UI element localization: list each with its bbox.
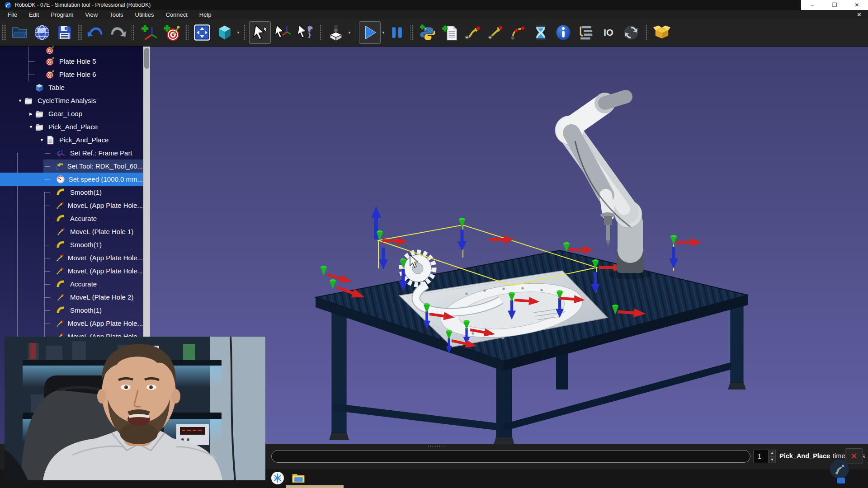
tree-item-pick-and-place-program[interactable]: ▼Pick_And_Place [0, 133, 143, 146]
toolbar-grip[interactable] [185, 25, 189, 40]
tree-scrollbar-thumb[interactable] [144, 48, 149, 69]
minimize-button[interactable]: – [801, 0, 823, 10]
tree-item-movel-hole-1[interactable]: MoveL (Plate Hole 1) [0, 225, 143, 238]
tree-item-gear-loop[interactable]: ▶Gear_Loop [0, 107, 143, 120]
tree-item-plate-hole-5[interactable]: Plate Hole 5 [0, 55, 143, 68]
station-close-icon[interactable]: ✕ [857, 10, 862, 19]
add-python-button[interactable] [417, 21, 439, 44]
toolbar-grip[interactable] [243, 25, 246, 40]
tree-item-smooth-a[interactable]: Smooth(1) [0, 186, 143, 199]
tree-item-set-tool[interactable]: Set Tool: RDK_Tool_60... [0, 160, 143, 173]
movel-button[interactable] [485, 21, 506, 44]
menu-edit[interactable]: Edit [23, 10, 45, 19]
export-simulation-button[interactable] [651, 21, 673, 44]
pause-button[interactable] [386, 21, 408, 44]
splitter-grip[interactable] [427, 445, 445, 447]
toolbar-grip[interactable] [410, 25, 414, 40]
menu-view[interactable]: View [79, 10, 104, 19]
tree-item-smooth-c[interactable]: Smooth(1) [0, 304, 143, 317]
tree-item-cycletime-analysis[interactable]: ▼CycleTime Analysis [0, 94, 143, 107]
expand-arrow[interactable]: ▼ [16, 99, 24, 103]
isometric-view-button[interactable] [214, 21, 236, 44]
menu-utilities[interactable]: Utilities [129, 10, 160, 19]
open-station-button[interactable] [9, 21, 30, 44]
quick-tool-button-dropdown[interactable]: ▼ [347, 22, 352, 43]
movel-icon [57, 227, 67, 236]
menu-tools[interactable]: Tools [104, 10, 129, 19]
tree-item-set-speed[interactable]: Set speed (1000.0 mm... [0, 173, 143, 186]
movej-button[interactable] [462, 21, 484, 44]
check-collisions-button[interactable] [530, 21, 552, 44]
smooth-icon [57, 280, 67, 289]
undo-button[interactable] [85, 21, 106, 44]
fit-all-button[interactable] [191, 21, 213, 44]
menu-connect[interactable]: Connect [160, 10, 193, 19]
restore-button[interactable]: ❐ [823, 0, 845, 10]
show-info-button[interactable] [552, 21, 574, 44]
tree-item-label: Set speed (1000.0 mm... [69, 175, 143, 183]
smooth-icon [57, 188, 67, 197]
open-library-button[interactable] [31, 21, 53, 44]
menu-bar: FileEditProgramViewToolsUtilitiesConnect… [0, 10, 868, 19]
tree-item-label: Smooth(1) [70, 188, 102, 196]
tree-item-label: Gear_Loop [48, 110, 82, 117]
tree-item-movel-app-d[interactable]: MoveL (App Plate Hole... [0, 317, 143, 330]
movec-button[interactable] [507, 21, 529, 44]
tree-item-smooth-b[interactable]: Smooth(1) [0, 238, 143, 251]
tree-item-movel-hole-2[interactable]: MoveL (Plate Hole 2) [0, 291, 143, 304]
expand-arrow[interactable]: ▼ [27, 125, 35, 129]
taskbar-robodk-icon[interactable] [270, 471, 285, 485]
tree-item-plate-hole-6[interactable]: Plate Hole 6 [0, 68, 143, 81]
toolbar-grip[interactable] [319, 25, 322, 40]
tree-item-label: Smooth(1) [70, 306, 102, 314]
tree-item-set-ref[interactable]: Set Ref.: Frame Part [0, 146, 143, 160]
tree-item-movel-app-a[interactable]: MoveL (App Plate Hole... [0, 199, 143, 212]
menu-help[interactable]: Help [193, 10, 217, 19]
save-station-button[interactable] [54, 21, 75, 44]
menu-file[interactable]: File [2, 10, 23, 19]
notification-badge [837, 478, 845, 483]
play-button[interactable] [359, 21, 381, 44]
io-button[interactable]: IO [598, 21, 619, 44]
toolbar-grip[interactable] [132, 25, 135, 40]
tree-item-movel-app-c[interactable]: MoveL (App Plate Hole... [0, 264, 143, 277]
move-reference-button[interactable] [272, 21, 293, 44]
simulation-progress-slider[interactable] [271, 450, 750, 463]
add-program-button[interactable] [439, 21, 461, 44]
robodk-app-icon [5, 2, 11, 9]
tree-item-label: Table [48, 84, 65, 91]
tree-item-plate-hole-4[interactable] [0, 46, 143, 55]
tree-item-table[interactable]: Table [0, 81, 143, 94]
stop-simulation-button[interactable]: ✕ [845, 448, 863, 464]
tree-item-label: MoveL (App Plate Hole... [68, 202, 143, 209]
toolbar-grip[interactable] [2, 25, 6, 40]
frame-spinner-value[interactable]: 1 [754, 450, 768, 463]
tree-item-accurate-a[interactable]: Accurate [0, 212, 143, 225]
select-tool-button[interactable] [249, 21, 271, 44]
taskbar-explorer-icon[interactable] [291, 471, 306, 485]
tree-item-accurate-b[interactable]: Accurate [0, 277, 143, 291]
isometric-view-button-dropdown[interactable]: ▼ [236, 22, 241, 43]
move-robot-button[interactable] [294, 21, 316, 44]
redo-button[interactable] [107, 21, 129, 44]
menu-program[interactable]: Program [45, 10, 79, 19]
toolbar-grip[interactable] [78, 25, 82, 40]
tree-item-pick-and-place-folder[interactable]: ▼Pick_And_Place [0, 120, 143, 133]
expand-arrow[interactable]: ▶ [27, 112, 35, 116]
svg-text:IO: IO [604, 28, 613, 38]
gear-part[interactable] [401, 252, 434, 285]
play-button-dropdown[interactable]: ▼ [381, 22, 386, 43]
spinner-up-button[interactable] [769, 450, 775, 456]
toolbar-grip[interactable] [645, 25, 648, 40]
quick-tool-button[interactable] [325, 21, 347, 44]
spinner-down-button[interactable] [769, 456, 775, 463]
close-button[interactable]: ✕ [846, 0, 868, 10]
update-program-button[interactable] [620, 21, 642, 44]
robot-notification-icon[interactable] [830, 460, 849, 479]
add-target-button[interactable] [160, 21, 182, 44]
expand-arrow[interactable]: ▼ [38, 138, 46, 142]
instruction-blocks-button[interactable] [575, 21, 597, 44]
add-reference-frame-button[interactable] [138, 21, 160, 44]
tree-item-movel-app-b[interactable]: MoveL (App Plate Hole... [0, 251, 143, 264]
tree-item-label: MoveL (App Plate Hole... [68, 319, 143, 327]
